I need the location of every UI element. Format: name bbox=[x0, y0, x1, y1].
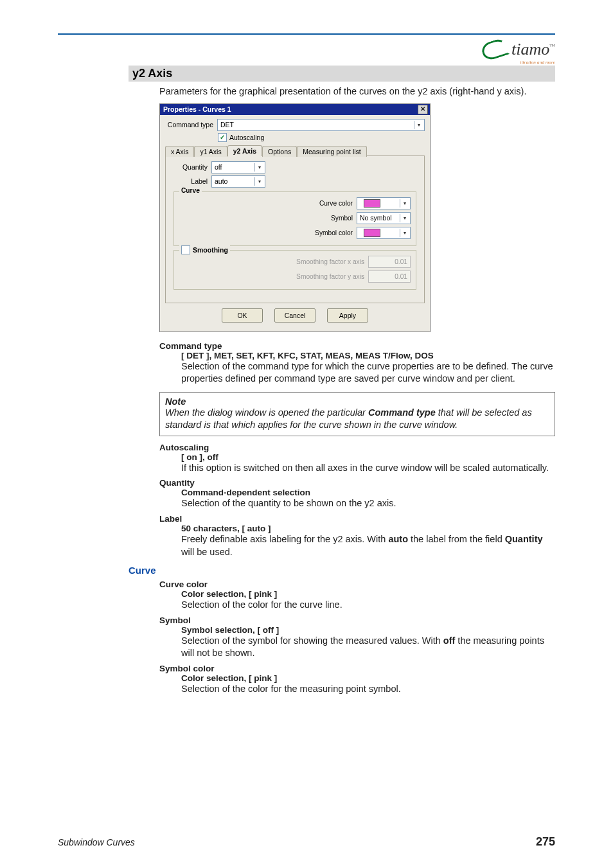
def-term-label: Label bbox=[159, 514, 555, 524]
curve-fieldset: Curve Curve color ▾ Symbol No symbol bbox=[173, 191, 416, 246]
chevron-down-icon: ▾ bbox=[254, 177, 263, 186]
def-text-label: Freely definable axis labeling for the y… bbox=[181, 533, 555, 558]
chevron-down-icon: ▾ bbox=[254, 163, 263, 172]
def-term-quantity: Quantity bbox=[159, 478, 555, 488]
symbol-bold-off: off bbox=[443, 635, 456, 646]
command-type-value: DET bbox=[220, 121, 234, 128]
section-title: y2 Axis bbox=[132, 67, 551, 80]
chevron-down-icon: ▾ bbox=[414, 121, 423, 129]
smoothing-fieldset: Smoothing Smoothing factor x axis 0.01 S… bbox=[173, 250, 416, 290]
tab-options[interactable]: Options bbox=[262, 146, 297, 157]
smoothing-x-input[interactable]: 0.01 bbox=[368, 256, 411, 268]
symbol-color-label: Symbol color bbox=[315, 229, 353, 236]
ok-button[interactable]: OK bbox=[222, 308, 263, 323]
def-text-command-type: Selection of the command type for which … bbox=[181, 360, 555, 385]
def-text-symbol-color: Selection of the color for the measuring… bbox=[181, 683, 555, 696]
def-options-command-type: [ DET ], MET, SET, KFT, KFC, STAT, MEAS,… bbox=[181, 351, 555, 360]
command-type-select[interactable]: DET ▾ bbox=[217, 119, 425, 131]
dialog-titlebar[interactable]: Properties - Curves 1 ✕ bbox=[160, 104, 430, 115]
swoosh-icon bbox=[480, 37, 510, 62]
chevron-down-icon: ▾ bbox=[400, 214, 409, 222]
autoscaling-checkbox[interactable]: ✓ Autoscaling bbox=[218, 133, 425, 142]
chevron-down-icon: ▾ bbox=[400, 199, 409, 208]
label-bold-quantity: Quantity bbox=[505, 534, 543, 544]
symbol-text-pre: Selection of the symbol for showing the … bbox=[181, 635, 443, 646]
command-type-label: Command type bbox=[165, 121, 213, 128]
label-select[interactable]: auto ▾ bbox=[211, 175, 265, 188]
definition-list: Curve color Color selection, [ pink ] Se… bbox=[159, 580, 555, 695]
chevron-down-icon: ▾ bbox=[400, 229, 409, 237]
note-bold: Command type bbox=[368, 407, 436, 418]
def-options-symbol: Symbol selection, [ off ] bbox=[181, 625, 555, 635]
def-term-autoscaling: Autoscaling bbox=[159, 443, 555, 452]
brand-name-text: tiamo bbox=[511, 40, 549, 58]
cancel-button[interactable]: Cancel bbox=[274, 308, 315, 323]
symbol-color-select[interactable]: ▾ bbox=[357, 227, 411, 239]
definition-list: Command type [ DET ], MET, SET, KFT, KFC… bbox=[159, 341, 555, 385]
footer-left: Subwindow Curves bbox=[58, 837, 135, 847]
def-text-symbol: Selection of the symbol for showing the … bbox=[181, 635, 555, 660]
brand-tagline: titration and more bbox=[520, 60, 555, 65]
footer-page-number: 275 bbox=[536, 835, 555, 849]
header-rule bbox=[58, 33, 555, 35]
label-bold-auto: auto bbox=[388, 534, 408, 544]
label-text-mid: the label from the field bbox=[408, 534, 505, 544]
def-text-autoscaling: If this option is switched on then all a… bbox=[181, 462, 555, 475]
color-swatch-icon bbox=[364, 199, 380, 208]
def-text-quantity: Selection of the quantity to be shown on… bbox=[181, 497, 555, 510]
tab-x-axis[interactable]: x Axis bbox=[165, 146, 194, 157]
label-text-post: will be used. bbox=[181, 547, 233, 557]
checkbox-unchecked-icon bbox=[181, 245, 190, 254]
def-term-symbol: Symbol bbox=[159, 616, 555, 625]
curve-color-select[interactable]: ▾ bbox=[357, 197, 411, 209]
symbol-value: No symbol bbox=[360, 214, 392, 222]
checkbox-checked-icon: ✓ bbox=[218, 133, 227, 142]
note-body: When the dialog window is opened the par… bbox=[165, 407, 549, 432]
note-box: Note When the dialog window is opened th… bbox=[159, 392, 555, 436]
smoothing-x-label: Smoothing factor x axis bbox=[296, 258, 364, 265]
tab-y1-axis[interactable]: y1 Axis bbox=[194, 146, 227, 157]
symbol-label: Symbol bbox=[331, 215, 353, 222]
note-title: Note bbox=[165, 396, 549, 407]
symbol-select[interactable]: No symbol ▾ bbox=[357, 212, 411, 224]
def-options-autoscaling: [ on ], off bbox=[181, 452, 555, 462]
tab-panel-y2: Quantity off ▾ Label auto ▾ bbox=[165, 155, 425, 303]
smoothing-y-label: Smoothing factor y axis bbox=[296, 273, 364, 280]
curve-color-label: Curve color bbox=[319, 200, 353, 207]
tab-measuring-point-list[interactable]: Measuring point list bbox=[297, 146, 366, 157]
section-heading-bar: y2 Axis bbox=[129, 66, 555, 82]
curve-legend: Curve bbox=[179, 187, 202, 194]
tab-strip: x Axis y1 Axis y2 Axis Options Measuring… bbox=[165, 145, 425, 155]
smoothing-legend: Smoothing bbox=[193, 246, 228, 254]
apply-button[interactable]: Apply bbox=[327, 308, 368, 323]
autoscaling-label: Autoscaling bbox=[229, 134, 264, 141]
label-text-pre: Freely definable axis labeling for the y… bbox=[181, 534, 388, 544]
definition-list: Autoscaling [ on ], off If this option i… bbox=[159, 443, 555, 558]
def-term-curve-color: Curve color bbox=[159, 580, 555, 589]
smoothing-checkbox[interactable]: Smoothing bbox=[179, 245, 230, 254]
trademark-icon: ™ bbox=[549, 43, 555, 49]
tab-y2-axis[interactable]: y2 Axis bbox=[227, 145, 262, 156]
label-value: auto bbox=[215, 177, 227, 185]
def-options-curve-color: Color selection, [ pink ] bbox=[181, 589, 555, 599]
brand-name: tiamo™ titration and more bbox=[511, 40, 555, 59]
def-term-command-type: Command type bbox=[159, 341, 555, 351]
section-intro: Parameters for the graphical presentatio… bbox=[159, 85, 555, 98]
def-term-symbol-color: Symbol color bbox=[159, 664, 555, 673]
close-icon[interactable]: ✕ bbox=[418, 105, 428, 114]
page-footer: Subwindow Curves 275 bbox=[58, 835, 555, 849]
def-options-label: 50 characters, [ auto ] bbox=[181, 524, 555, 533]
quantity-select[interactable]: off ▾ bbox=[211, 161, 265, 173]
curve-subheading: Curve bbox=[129, 565, 555, 576]
brand-logo: tiamo™ titration and more bbox=[482, 40, 555, 59]
def-text-curve-color: Selection of the color for the curve lin… bbox=[181, 599, 555, 612]
def-options-quantity: Command-dependent selection bbox=[181, 488, 555, 497]
properties-dialog: Properties - Curves 1 ✕ Command type DET… bbox=[159, 103, 431, 332]
label-label: Label bbox=[172, 177, 208, 185]
dialog-title: Properties - Curves 1 bbox=[163, 105, 231, 113]
quantity-label: Quantity bbox=[172, 163, 208, 171]
def-options-symbol-color: Color selection, [ pink ] bbox=[181, 673, 555, 683]
color-swatch-icon bbox=[364, 229, 380, 237]
smoothing-y-input[interactable]: 0.01 bbox=[368, 270, 411, 283]
quantity-value: off bbox=[215, 163, 222, 171]
